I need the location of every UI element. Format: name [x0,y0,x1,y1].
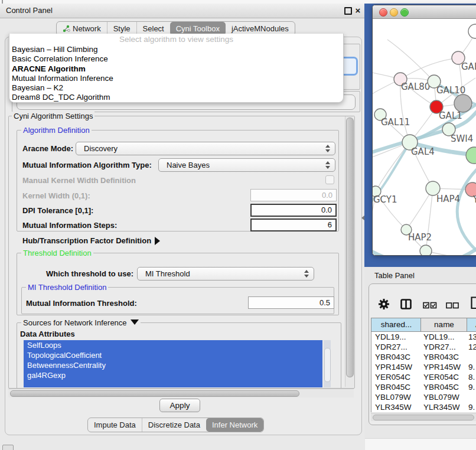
panel-grip-button[interactable] [2,445,14,450]
mi-threshold-field[interactable]: 0.5 [248,296,334,309]
algorithm-option[interactable]: ARACNE Algorithm [12,64,341,74]
table-cell: 12 [467,342,476,352]
network-window[interactable]: GAL7GAL80GAL10GAL1GAL11SWI4GAL4GCY1HAP4Y… [372,5,476,256]
float-panel-icon[interactable] [344,7,352,15]
network-edge-thick [457,165,476,253]
minimize-traffic-light[interactable] [390,8,398,17]
algorithm-option[interactable]: Bayesian – K2 [12,83,341,93]
algorithm-options: Bayesian – Hill ClimbingBasic Correlatio… [12,45,341,103]
stepper-icon [325,145,330,152]
mi-steps-label: Mutual Information Steps: [22,221,117,230]
table-row[interactable]: YBR043CYBR043C [371,352,476,362]
network-node[interactable] [466,147,476,164]
aracne-mode-select[interactable]: Discovery [76,142,335,155]
which-threshold-select[interactable]: MI Threshold [137,267,314,281]
table-cell: YDR27... [421,342,467,352]
table-hscrollbar[interactable] [371,413,476,421]
table-row[interactable]: YDL19...YDL19...13 [371,332,476,342]
control-panel-title: Control Panel [6,4,53,18]
table-hscrollbar-thumb[interactable] [373,415,474,420]
cyni-algorithm-settings-title: Cyni Algorithm Settings [12,112,94,120]
table-cell: YER054C [421,372,467,382]
algorithm-option[interactable]: Bayesian – Hill Climbing [12,45,341,54]
sources-toggle[interactable]: Sources for Network Inference [21,318,141,327]
mi-type-label: Mutual Information Algorithm Type: [22,161,152,169]
data-attributes-label: Data Attributes [20,330,75,338]
table-cell: YDL19... [371,332,421,342]
mi-type-select[interactable]: Naive Bayes [158,158,335,172]
settings-hscrollbar[interactable] [8,389,354,397]
dpi-tolerance-label: DPI Tolerance [0,1]: [22,206,93,215]
table-cell: YER054C [371,372,421,382]
unchecked-pair-icon[interactable] [446,302,459,309]
attributes-scrollbar[interactable] [324,340,331,387]
gear-icon[interactable] [378,298,390,310]
table-cell: YPR145W [371,362,421,372]
attribute-item[interactable]: gal4RGexp [24,370,322,380]
mi-steps-field[interactable]: 6 [250,219,337,231]
table-header-name[interactable]: name [420,318,467,332]
manual-kernel-checkbox[interactable] [325,175,334,184]
bottom-light-strip [365,438,476,450]
table-cell: YBL079W [371,392,421,402]
which-threshold-value: MI Threshold [145,269,190,278]
attribute-item[interactable]: BetweennessCentrality [24,360,322,370]
table-row[interactable]: YBL079WYBL079W [371,392,476,402]
table-row[interactable]: YPR145WYPR145W9. [371,362,476,372]
hub-section-label: Hub/Transcription Factor Definition [22,236,151,245]
aracne-mode-label: Aracne Mode: [22,144,73,153]
attribute-item[interactable]: TopologicalCoefficient [24,350,322,360]
zoom-traffic-light[interactable] [400,8,409,17]
algorithm-option[interactable]: Mutual Information Inference [12,74,341,83]
columns-icon[interactable] [400,299,412,309]
chevron-down-icon [131,319,139,325]
network-node[interactable] [468,24,476,38]
network-node[interactable] [454,94,472,112]
bottom-tab-infer-network[interactable]: Infer Network [206,418,263,432]
table-row[interactable]: YER054CYER054C8. [371,372,476,382]
mi-threshold-label: Mutual Information Threshold: [26,299,137,308]
algorithm-definition-title: Algorithm Definition [21,126,92,135]
table-header-partial[interactable]: A [467,318,476,332]
algorithm-option[interactable]: Dream8 DC_TDC Algorithm [12,93,341,102]
table-cell [467,392,476,402]
network-node-label: GAL4 [411,146,435,157]
table-cell: YBR043C [371,352,421,362]
aracne-mode-value: Discovery [84,144,118,153]
network-svg[interactable]: GAL7GAL80GAL10GAL1GAL11SWI4GAL4GCY1HAP4Y… [373,19,476,255]
hub-section-toggle[interactable]: Hub/Transcription Factor Definition [22,236,160,245]
close-traffic-light[interactable] [379,8,387,17]
close-icon[interactable] [353,4,363,18]
tab-label: Impute Data [94,418,136,432]
table-rows: YDL19...YDL19...13YDR27...YDR27...12YBR0… [371,332,476,412]
table-header-shared[interactable]: shared... [371,318,421,332]
table-row[interactable]: YLR345WYLR345W9. [371,402,476,412]
settings-vscrollbar-thumb[interactable] [346,118,354,377]
table-row[interactable]: YDR27...YDR27...12 [371,342,476,352]
algorithm-placeholder: Select algorithm to view settings [9,35,343,44]
manual-kernel-label: Manual Kernel Width Definition [22,176,136,185]
tab-label: Discretize Data [148,418,200,432]
network-node[interactable] [420,245,432,255]
apply-button[interactable]: Apply [159,399,200,412]
algorithm-option[interactable]: Basic Correlation Inference [12,54,341,64]
settings-vscrollbar[interactable] [345,116,354,387]
network-icon [63,25,70,32]
network-window-titlebar[interactable] [373,5,476,19]
network-node-label: GAL7 [461,61,476,72]
bottom-tab-discretize-data[interactable]: Discretize Data [142,418,206,432]
data-attributes-list[interactable]: SelfLoopsTopologicalCoefficientBetweenne… [24,340,322,387]
checked-pair-icon[interactable] [423,302,437,309]
table-cell: YDR27... [371,342,421,352]
kernel-width-field[interactable]: 0.0 [250,189,337,201]
bottom-tab-impute-data[interactable]: Impute Data [88,418,142,432]
splitter-collapse-icon[interactable] [361,216,364,220]
table-row[interactable]: YBR045CYBR045C9. [371,382,476,392]
network-node-label: GAL11 [381,117,410,128]
file-icon[interactable] [471,296,476,309]
attributes-scrollbar-thumb[interactable] [324,348,331,382]
dpi-tolerance-field[interactable]: 0.0 [250,204,337,217]
table-cell: 9. [467,362,476,372]
settings-hscrollbar-thumb[interactable] [10,390,299,397]
attribute-item[interactable]: SelfLoops [24,340,322,350]
